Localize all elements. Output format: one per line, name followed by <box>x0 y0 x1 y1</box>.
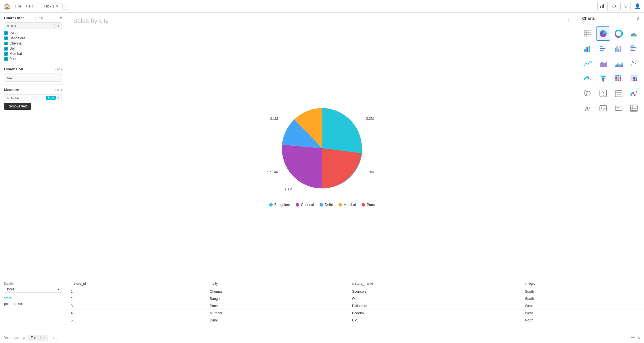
chart-type-pivot[interactable] <box>627 71 641 86</box>
svg-rect-17 <box>615 48 616 52</box>
measure-tag-sales: ✕ sales Sum ▾ <box>4 94 62 101</box>
chart-type-map1[interactable] <box>580 86 595 101</box>
filter-toolbar-button[interactable]: ▽ <box>620 2 631 11</box>
filter-tag-expand[interactable]: ▾ <box>58 24 59 28</box>
dashboard-expand-icon[interactable]: ∧ <box>23 336 25 340</box>
menu-help[interactable]: Help <box>26 4 34 8</box>
chart-toolbar-button[interactable] <box>597 2 608 11</box>
svg-point-56 <box>617 94 618 95</box>
legend-label-chennai: Chennai <box>301 203 314 207</box>
chart-type-area[interactable] <box>596 56 610 71</box>
dataset-dropdown-icon: ▾ <box>58 287 59 291</box>
map2-icon <box>599 89 607 97</box>
chart-type-gauge[interactable] <box>580 71 595 86</box>
filter-label-mumbai: Mumbai <box>9 52 22 56</box>
filter-checkbox-all[interactable] <box>4 31 8 35</box>
pie-label-bangalore: 2.2M <box>366 117 374 121</box>
pie-chart: 2.2M 2.1M 971.4K 1.1M 1.9M <box>273 99 371 197</box>
add-tile-button[interactable]: + <box>51 335 57 341</box>
dimension-count: (1/1) <box>55 68 62 71</box>
svg-rect-67 <box>615 106 622 110</box>
svg-rect-15 <box>600 48 605 49</box>
svg-rect-14 <box>600 46 603 47</box>
chart-type-area2[interactable] <box>611 56 626 71</box>
data-table: ⁞⁞store_id ⁞⁞city ⁞⁞store_name ⁞⁞region … <box>66 279 644 324</box>
tile-1-close[interactable]: ✕ <box>43 336 45 339</box>
chart-type-table[interactable] <box>580 26 595 41</box>
dataset-table-point-of-sales[interactable]: point_of_sales <box>4 302 62 306</box>
chart-filter-count: (1/64) <box>35 16 43 20</box>
menu-file[interactable]: File <box>15 4 21 8</box>
dimension-field-city[interactable]: city <box>4 74 62 82</box>
user-icon[interactable]: 👤 <box>634 3 641 9</box>
filter-tag-city: ✕ city ⋮ ▾ <box>4 22 62 29</box>
chart-filter-more[interactable]: ⋮ <box>54 16 58 20</box>
svg-rect-60 <box>632 92 634 94</box>
chart-type-map2[interactable] <box>596 86 610 101</box>
chart-type-grouped-bar-h[interactable] <box>627 41 641 56</box>
filter-checkbox-chennai[interactable] <box>4 42 8 45</box>
filter-tag-remove[interactable]: ✕ <box>7 24 9 28</box>
dataset-select[interactable]: store ▾ <box>4 286 62 293</box>
measure-tag-expand[interactable]: ▾ <box>58 96 59 100</box>
data-table-header: ⁞⁞store_id ⁞⁞city ⁞⁞store_name ⁞⁞region <box>66 279 644 288</box>
cell-city: Pune <box>205 302 347 310</box>
chart-type-bar-horizontal[interactable] <box>596 41 610 56</box>
bar-icon <box>584 45 592 53</box>
home-icon[interactable]: 🏠 <box>3 3 11 10</box>
charts-panel-collapse[interactable]: ∧ <box>637 16 640 21</box>
filter-checkbox-pune[interactable] <box>4 57 8 61</box>
chart-type-calendar[interactable] <box>611 86 626 101</box>
list-icon[interactable]: ☰ <box>631 335 635 340</box>
measure-tag-sum[interactable]: Sum <box>46 96 56 100</box>
chart-more-button[interactable]: ⋮ <box>566 18 571 24</box>
grid-table-icon <box>630 104 638 112</box>
measure-tag-label: sales <box>11 96 44 100</box>
svg-rect-59 <box>630 93 632 96</box>
chart-type-heat-grid[interactable] <box>611 71 626 86</box>
collapse-icon[interactable]: ∧ <box>637 335 641 340</box>
chart-type-semicircle[interactable] <box>627 26 641 41</box>
chart-type-scatter[interactable] <box>627 56 641 71</box>
remove-field-button[interactable]: Remove field <box>4 103 31 110</box>
chart-type-pie[interactable] <box>596 26 610 41</box>
dataset-link-store[interactable]: store <box>4 296 62 300</box>
slice-chennai <box>282 144 322 188</box>
grouped-bar-icon <box>615 45 623 53</box>
table-icon <box>584 30 592 38</box>
cell-city: Chennai <box>205 288 347 295</box>
add-tab-button[interactable]: + <box>62 3 69 10</box>
chart-filter-collapse[interactable]: ▾ <box>60 16 62 20</box>
measure-tag-remove[interactable]: ✕ <box>7 96 9 100</box>
chart-type-card[interactable] <box>611 101 626 115</box>
svg-rect-48 <box>633 79 635 81</box>
filter-checkbox-bangalore[interactable] <box>4 36 8 40</box>
filter-label-chennai: Chennai <box>9 41 22 45</box>
filter-tag-more[interactable]: ⋮ <box>53 24 56 28</box>
chart-type-line[interactable] <box>580 56 595 71</box>
filter-checkbox-delhi[interactable] <box>4 47 8 51</box>
chart-type-grouped-bar[interactable] <box>611 41 626 56</box>
chart-type-funnel[interactable] <box>596 71 610 86</box>
bottom-left-panel: DataSet store ▾ store point_of_sales <box>0 279 66 332</box>
filter-checkbox-mumbai[interactable] <box>4 52 8 56</box>
table-row: 3 Pune Palladium West <box>66 302 644 310</box>
bar-chart-icon <box>600 4 605 9</box>
chart-type-image[interactable] <box>596 101 610 115</box>
pie-chart-svg <box>273 99 371 197</box>
slice-pune <box>322 148 362 188</box>
chart-type-donut[interactable] <box>611 26 626 41</box>
tile-1-tab[interactable]: Tile - 1 ✕ <box>28 335 48 341</box>
tab-1-close[interactable]: ✕ <box>56 5 58 8</box>
chart-type-grid-table[interactable] <box>627 101 641 115</box>
chart-type-waterfall[interactable] <box>627 86 641 101</box>
chart-type-text[interactable]: A a <box>580 101 595 115</box>
legend-dot-mumbai <box>339 203 342 207</box>
chart-type-bar[interactable] <box>580 41 595 56</box>
svg-rect-50 <box>600 90 607 97</box>
tab-1[interactable]: Tab - 1 ✕ <box>41 3 62 9</box>
chart-legend: Bangalore Chennai Delhi Mumbai Pune <box>269 203 375 207</box>
settings-toolbar-button[interactable]: ⚙ <box>609 2 619 11</box>
svg-rect-42 <box>620 79 621 81</box>
scatter-icon <box>630 59 638 68</box>
